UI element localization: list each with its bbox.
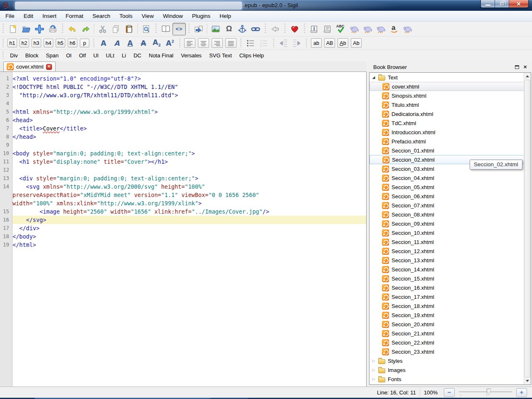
tree-item-seccion_07-xhtml[interactable]: Seccion_07.xhtml [369, 201, 531, 210]
clip-div[interactable]: Div [6, 51, 22, 60]
tree-item-prefacio-xhtml[interactable]: Prefacio.xhtml [369, 137, 531, 146]
expanded-arrow-icon[interactable]: ◢ [372, 76, 376, 79]
plugin-mouse-4-button[interactable] [401, 23, 414, 35]
book-view-button[interactable] [159, 23, 172, 35]
dock-close-button[interactable]: ✕ [522, 64, 529, 71]
code-text[interactable]: <svg xmlns="http://www.w3.org/2000/svg" … [12, 182, 366, 191]
tree-item-images[interactable]: ▷Images [369, 365, 531, 374]
code-text[interactable]: <image height="2560" width="1656" xlink:… [12, 207, 366, 216]
heading-h2-button[interactable]: h2 [20, 39, 29, 47]
anchor-button[interactable] [236, 23, 249, 35]
clip-li[interactable]: Li [118, 51, 130, 60]
code-text[interactable]: <div style="margin:0; padding:0; text-al… [12, 174, 366, 182]
cut-button[interactable] [96, 23, 109, 35]
plugin-mouse-2-button[interactable] [361, 23, 374, 35]
tree-item-seccion_21-xhtml[interactable]: Seccion_21.xhtml [369, 329, 531, 338]
donate-button[interactable] [288, 23, 301, 35]
tree-item-seccion_22-xhtml[interactable]: Seccion_22.xhtml [369, 338, 531, 347]
tree-item-styles[interactable]: ▷Styles [369, 356, 531, 365]
code-text[interactable]: <?xml version="1.0" encoding="utf-8"?> [12, 74, 366, 83]
open-file-button[interactable] [20, 23, 33, 35]
collapsed-arrow-icon[interactable]: ▷ [372, 359, 376, 363]
split-view-button[interactable] [192, 23, 205, 35]
tree-item-text[interactable]: ◢Text [369, 73, 531, 82]
code-text[interactable]: <body style="margin:0; padding:0; text-a… [12, 149, 366, 158]
bold-button[interactable]: A [97, 37, 110, 49]
save-button[interactable] [46, 23, 59, 35]
tree-item-seccion_10-xhtml[interactable]: Seccion_10.xhtml [369, 228, 531, 237]
heading-p-button[interactable]: p [80, 39, 89, 47]
tree-item-seccion_20-xhtml[interactable]: Seccion_20.xhtml [369, 320, 531, 329]
tab-cover-xhtml[interactable]: cover.xhtml ✕ [3, 62, 56, 71]
code-text[interactable]: <!DOCTYPE html PUBLIC "-//W3C//DTD XHTML… [12, 83, 366, 91]
code-text[interactable]: </html> [12, 241, 366, 249]
close-button[interactable]: ✕ [509, 0, 528, 7]
tree-item-tdc-xhtml[interactable]: TdC.xhtml [369, 118, 531, 128]
metadata-editor-button[interactable] [308, 23, 321, 35]
menu-help[interactable]: Help [215, 11, 236, 21]
code-text[interactable]: width="100%" xmlns:xlink="http://www.w3.… [12, 199, 366, 207]
lowercase-button[interactable]: ab [311, 38, 322, 48]
tree-item-seccion_14-xhtml[interactable]: Seccion_14.xhtml [369, 265, 531, 274]
code-text[interactable]: </body> [12, 232, 366, 241]
tree-item-cover-xhtml[interactable]: cover.xhtml [369, 82, 531, 91]
code-text[interactable]: </div> [12, 224, 366, 232]
align-justify-button[interactable] [225, 38, 236, 48]
tree-item-introduccion-xhtml[interactable]: Introduccion.xhtml [369, 128, 531, 137]
tree-item-seccion_17-xhtml[interactable]: Seccion_17.xhtml [369, 292, 531, 301]
uppercase-button[interactable]: AB [324, 38, 335, 48]
back-button[interactable] [268, 23, 282, 35]
clip-clips-help[interactable]: Clips Help [236, 51, 268, 60]
heading-h5-button[interactable]: h5 [56, 39, 65, 47]
code-text[interactable] [12, 99, 366, 108]
tree-item-seccion_15-xhtml[interactable]: Seccion_15.xhtml [369, 274, 531, 283]
minimize-button[interactable] [481, 0, 495, 7]
tree-item-seccion_01-xhtml[interactable]: Seccion_01.xhtml [369, 146, 531, 155]
clip-ult[interactable]: ULt [102, 51, 118, 60]
toc-editor-button[interactable] [321, 23, 334, 35]
tree-item-seccion_06-xhtml[interactable]: Seccion_06.xhtml [369, 192, 531, 201]
tree-item-seccion_19-xhtml[interactable]: Seccion_19.xhtml [369, 310, 531, 320]
tree-scrollbar[interactable] [524, 73, 531, 384]
code-text[interactable]: preserveAspectRatio="xMidYMid meet" vers… [12, 191, 366, 199]
tree-item-seccion_23-xhtml[interactable]: Seccion_23.xhtml [369, 347, 531, 356]
menu-plugins[interactable]: Plugins [187, 11, 215, 21]
clip-svg-text[interactable]: SVG Text [205, 51, 236, 60]
tree-item-dedicatoria-xhtml[interactable]: Dedicatoria.xhtml [369, 109, 531, 118]
tree-item-seccion_18-xhtml[interactable]: Seccion_18.xhtml [369, 301, 531, 310]
scroll-thumb[interactable] [525, 80, 530, 377]
code-view-button[interactable]: <> [172, 23, 186, 35]
scroll-down-arrow[interactable] [524, 377, 531, 384]
add-file-button[interactable] [33, 23, 46, 35]
heading-h4-button[interactable]: h4 [44, 39, 53, 47]
code-text[interactable]: "http://www.w3.org/TR/xhtml11/DTD/xhtml1… [12, 91, 366, 99]
zoom-slider[interactable] [459, 388, 512, 397]
tree-item-seccion_04-xhtml[interactable]: Seccion_04.xhtml [369, 173, 531, 182]
tree-item-partial[interactable]: ▷ [369, 384, 531, 385]
menu-edit[interactable]: Edit [19, 11, 38, 21]
redo-button[interactable] [79, 23, 92, 35]
heading-h3-button[interactable]: h3 [32, 39, 41, 47]
zoom-in-button[interactable]: + [516, 388, 527, 397]
clip-span[interactable]: Span [42, 51, 62, 60]
tree-item-seccion_13-xhtml[interactable]: Seccion_13.xhtml [369, 256, 531, 265]
current-line[interactable]: </svg> [12, 216, 366, 224]
clip-ol[interactable]: Ol [62, 51, 75, 60]
plugin-mouse-3-button[interactable] [374, 23, 387, 35]
clip-versales[interactable]: Versales [177, 51, 205, 60]
tree-item-seccion_11-xhtml[interactable]: Seccion_11.xhtml [369, 237, 531, 246]
tree-item-seccion_12-xhtml[interactable]: Seccion_12.xhtml [369, 246, 531, 256]
italic-button[interactable]: A [110, 37, 123, 49]
title-bar[interactable]: S .epub - epub2.0 - Sigil ✕ [0, 0, 532, 11]
tree-item-seccion_08-xhtml[interactable]: Seccion_08.xhtml [369, 210, 531, 219]
clip-ul[interactable]: Ul [90, 51, 102, 60]
tree-item-seccion_09-xhtml[interactable]: Seccion_09.xhtml [369, 219, 531, 228]
tree-item-fonts[interactable]: ▷Fonts [369, 374, 531, 384]
titlecase-button[interactable]: Ab [337, 38, 348, 48]
menu-insert[interactable]: Insert [38, 11, 61, 21]
tree-item-seccion_16-xhtml[interactable]: Seccion_16.xhtml [369, 283, 531, 292]
tree-item-sinopsis-xhtml[interactable]: Sinopsis.xhtml [369, 91, 531, 100]
code-text[interactable]: <title>Cover</title> [12, 124, 366, 133]
code-text[interactable]: <head> [12, 116, 366, 124]
heading-h1-button[interactable]: h1 [7, 39, 17, 47]
